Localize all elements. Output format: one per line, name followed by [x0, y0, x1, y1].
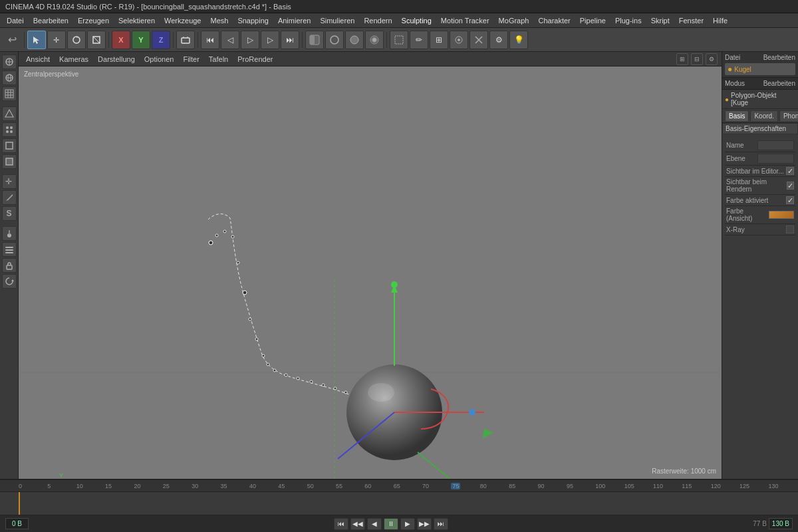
svg-rect-38: [5, 252, 13, 253]
menu-werkzeuge[interactable]: Werkzeuge: [160, 15, 205, 26]
vp-ctrl-lock[interactable]: ⊟: [691, 53, 703, 65]
symmetry-btn[interactable]: ⊞: [430, 31, 448, 49]
tool-lock[interactable]: [2, 258, 17, 273]
scene-svg: X Y Z: [19, 66, 722, 479]
tool-brush[interactable]: [2, 226, 17, 241]
prop-farbe-row: Farbe (Ansicht): [725, 206, 795, 224]
menu-rendern[interactable]: Rendern: [360, 15, 396, 26]
title-bar: CINEMA 4D R19.024 Studio (RC - R19) - [b…: [0, 0, 798, 13]
prop-farbe-aktiv-checkbox[interactable]: ✓: [786, 196, 794, 204]
transport-pause[interactable]: ⏸: [384, 518, 398, 530]
prop-farbe-swatch[interactable]: [769, 211, 794, 219]
transport-prev-frame[interactable]: ◀◀: [350, 518, 365, 530]
menu-erzeugen[interactable]: Erzeugen: [74, 15, 113, 26]
display-smooth-btn[interactable]: [365, 31, 384, 49]
toolbar-sep-5: [302, 32, 303, 48]
timeline-track[interactable]: [0, 492, 798, 515]
vp-ctrl-settings[interactable]: ⚙: [706, 53, 718, 65]
menu-sculpting[interactable]: Sculpting: [398, 15, 436, 26]
prop-visible-editor-checkbox[interactable]: ✓: [786, 167, 794, 175]
display-shade-btn[interactable]: [305, 31, 324, 49]
settings-btn[interactable]: ⚙: [489, 31, 508, 49]
tool-object-axis[interactable]: [2, 106, 17, 121]
mode-button[interactable]: [176, 31, 195, 49]
menu-fenster[interactable]: Fenster: [675, 15, 708, 26]
tool-grid-mode[interactable]: [2, 86, 17, 101]
vp-ctrl-maximize[interactable]: ⊞: [676, 53, 688, 65]
object-entry[interactable]: ● Kugel: [725, 63, 795, 75]
light-btn[interactable]: 💡: [509, 31, 528, 49]
menu-animieren[interactable]: Animieren: [274, 15, 315, 26]
tab-phong[interactable]: Phong: [779, 110, 798, 121]
polygon-icon: ●: [725, 96, 729, 103]
menu-mograph[interactable]: MoGraph: [495, 15, 533, 26]
move-tool[interactable]: ✛: [47, 31, 66, 49]
prop-visible-editor-label: Sichtbar im Editor...: [726, 168, 784, 175]
tool-pen[interactable]: [2, 190, 17, 205]
prop-xray-checkbox[interactable]: [786, 225, 794, 233]
tool-model-mode[interactable]: [2, 55, 17, 69]
viewport-3d[interactable]: Ansicht Kameras Darstellung Optionen Fil…: [19, 52, 722, 479]
tool-layers[interactable]: [2, 242, 17, 257]
menu-plug-ins[interactable]: Plug-ins: [611, 15, 646, 26]
transport-next-frame[interactable]: ▶▶: [417, 518, 432, 530]
vp-menu-kameras[interactable]: Kameras: [56, 54, 92, 65]
menu-datei[interactable]: Datei: [3, 15, 28, 26]
prev-key-btn[interactable]: ◁: [221, 31, 239, 49]
next-key-btn[interactable]: ▷: [261, 31, 279, 49]
svg-point-9: [331, 36, 338, 44]
vp-menu-prorender[interactable]: ProRender: [234, 54, 276, 65]
vp-menu-darstellung[interactable]: Darstellung: [94, 54, 138, 65]
pen-btn[interactable]: ✏: [410, 31, 428, 49]
menu-motion-tracker[interactable]: Motion Tracker: [437, 15, 493, 26]
svg-rect-37: [5, 249, 13, 251]
tool-texture-mode[interactable]: [2, 70, 17, 85]
undo-button[interactable]: ↩: [3, 31, 21, 49]
axis-x-button[interactable]: X: [112, 31, 130, 49]
render-region-btn[interactable]: [390, 31, 408, 49]
display-wire-btn[interactable]: [325, 31, 344, 49]
display-solid-btn[interactable]: [345, 31, 364, 49]
transport-skip-start[interactable]: ⏮: [334, 518, 348, 530]
tool-move[interactable]: ✛: [2, 174, 17, 189]
prop-name-input[interactable]: [757, 140, 794, 150]
menu-pipeline[interactable]: Pipeline: [576, 15, 610, 26]
tool-refresh[interactable]: [2, 274, 17, 289]
scale-tool[interactable]: [87, 31, 106, 49]
transport-play-fwd[interactable]: ▶: [400, 518, 415, 530]
last-key-btn[interactable]: ⏭: [281, 31, 299, 49]
tab-basis[interactable]: Basis: [725, 110, 749, 121]
cut-btn[interactable]: [469, 31, 488, 49]
tool-s-symbol[interactable]: S: [2, 206, 17, 221]
transport-play-back[interactable]: ◀: [367, 518, 382, 530]
end-frame-display[interactable]: 130 B: [769, 518, 793, 529]
vp-menu-optionen[interactable]: Optionen: [141, 54, 178, 65]
menu-selektieren[interactable]: Selektieren: [114, 15, 159, 26]
transport-skip-end[interactable]: ⏭: [434, 518, 448, 530]
axis-z-button[interactable]: Z: [152, 31, 170, 49]
menu-snapping[interactable]: Snapping: [233, 15, 273, 26]
tool-edge-mode[interactable]: [2, 138, 17, 153]
gizmo-x-handle[interactable]: [469, 409, 475, 416]
prop-ebene-input[interactable]: [757, 154, 794, 164]
menu-skript[interactable]: Skript: [647, 15, 674, 26]
play-fwd-btn[interactable]: ▷: [241, 31, 259, 49]
tool-point-mode[interactable]: [2, 122, 17, 137]
vp-menu-ansicht[interactable]: Ansicht: [23, 54, 53, 65]
axis-y-button[interactable]: Y: [132, 31, 150, 49]
tab-koord[interactable]: Koord.: [750, 110, 777, 121]
vp-menu-tafeln[interactable]: Tafeln: [205, 54, 231, 65]
menu-charakter[interactable]: Charakter: [534, 15, 574, 26]
vp-menu-filter[interactable]: Filter: [180, 54, 202, 65]
svg-marker-40: [11, 279, 14, 281]
tool-polygon-mode[interactable]: [2, 154, 17, 169]
menu-mesh[interactable]: Mesh: [206, 15, 232, 26]
menu-simulieren[interactable]: Simulieren: [316, 15, 358, 26]
rotate-tool[interactable]: [67, 31, 86, 49]
prop-visible-render-checkbox[interactable]: ✓: [787, 182, 794, 190]
menu-bearbeiten[interactable]: Bearbeiten: [29, 15, 72, 26]
sculpt-btn[interactable]: [450, 31, 468, 49]
keyframe-btn[interactable]: ⏮: [201, 31, 219, 49]
menu-hilfe[interactable]: Hilfe: [709, 15, 732, 26]
select-tool[interactable]: [27, 31, 46, 49]
